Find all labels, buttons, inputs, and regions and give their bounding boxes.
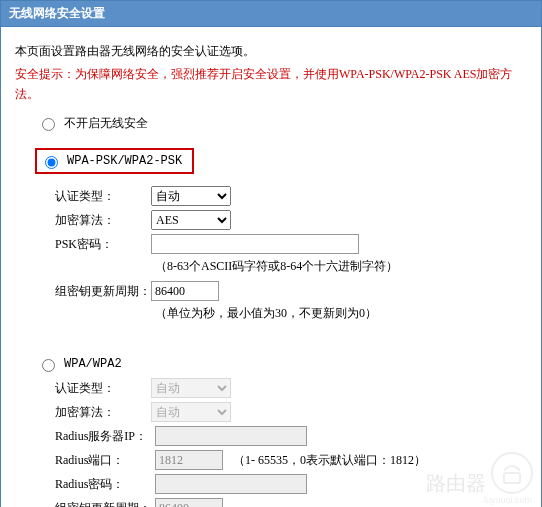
wpa-enc-label: 加密算法： bbox=[55, 404, 151, 421]
radio-psk-label: WPA-PSK/WPA2-PSK bbox=[67, 154, 182, 168]
psk-fields: 认证类型： 自动 加密算法： AES PSK密码： （8-63个ASCII码字符… bbox=[55, 186, 527, 322]
security-warning: 安全提示：为保障网络安全，强烈推荐开启安全设置，并使用WPA-PSK/WPA2-… bbox=[15, 64, 527, 105]
psk-auth-label: 认证类型： bbox=[55, 188, 151, 205]
watermark-sub: luyouqi.com bbox=[484, 495, 532, 505]
radio-wpa-label: WPA/WPA2 bbox=[64, 357, 122, 371]
wpa-rekey-label: 组密钥更新周期： bbox=[55, 500, 155, 507]
wpa-fields: 认证类型： 自动 加密算法： 自动 Radius服务器IP： Radius端口：… bbox=[55, 378, 527, 507]
radius-port-hint: （1- 65535，0表示默认端口：1812） bbox=[233, 452, 426, 469]
radius-ip-input[interactable] bbox=[155, 426, 307, 446]
radio-wpa[interactable] bbox=[42, 359, 55, 372]
wpa-rekey-input[interactable] bbox=[155, 498, 223, 507]
radio-none[interactable] bbox=[42, 118, 55, 131]
option-wpa-row: WPA/WPA2 bbox=[37, 356, 527, 372]
option-none-row: 不开启无线安全 bbox=[37, 115, 527, 132]
psk-rekey-hint: （单位为秒，最小值为30，不更新则为0） bbox=[155, 305, 527, 322]
radio-psk[interactable] bbox=[45, 156, 58, 169]
radius-port-input[interactable] bbox=[155, 450, 223, 470]
panel-body: 本页面设置路由器无线网络的安全认证选项。 安全提示：为保障网络安全，强烈推荐开启… bbox=[0, 27, 542, 507]
psk-auth-select[interactable]: 自动 bbox=[151, 186, 231, 206]
panel-title: 无线网络安全设置 bbox=[0, 0, 542, 27]
radius-pwd-label: Radius密码： bbox=[55, 476, 155, 493]
option-psk-row: WPA-PSK/WPA2-PSK bbox=[35, 148, 194, 174]
psk-enc-label: 加密算法： bbox=[55, 212, 151, 229]
psk-rekey-label: 组密钥更新周期： bbox=[55, 283, 151, 300]
wpa-enc-select[interactable]: 自动 bbox=[151, 402, 231, 422]
wpa-auth-label: 认证类型： bbox=[55, 380, 151, 397]
psk-enc-select[interactable]: AES bbox=[151, 210, 231, 230]
psk-password-hint: （8-63个ASCII码字符或8-64个十六进制字符） bbox=[155, 258, 527, 275]
wpa-auth-select[interactable]: 自动 bbox=[151, 378, 231, 398]
radius-port-label: Radius端口： bbox=[55, 452, 155, 469]
psk-password-input[interactable] bbox=[151, 234, 359, 254]
radius-pwd-input[interactable] bbox=[155, 474, 307, 494]
intro-text: 本页面设置路由器无线网络的安全认证选项。 bbox=[15, 43, 527, 60]
radio-none-label: 不开启无线安全 bbox=[64, 116, 148, 130]
radius-ip-label: Radius服务器IP： bbox=[55, 428, 155, 445]
psk-rekey-input[interactable] bbox=[151, 281, 219, 301]
psk-password-label: PSK密码： bbox=[55, 236, 151, 253]
